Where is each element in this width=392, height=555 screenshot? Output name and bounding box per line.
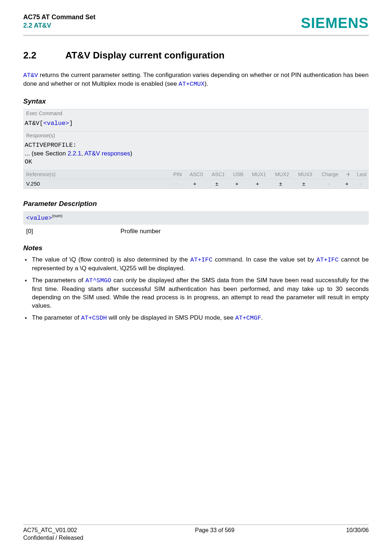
val-mux2: ± bbox=[269, 179, 292, 189]
resp-l2-link1[interactable]: 2.2.1 bbox=[68, 150, 81, 157]
section-ref: 2.2 AT&V bbox=[23, 22, 51, 29]
section-title-text: AT&V Display current configuration bbox=[65, 50, 225, 61]
references-label: Reference(s) bbox=[23, 170, 168, 179]
section-number: 2.2 bbox=[23, 49, 65, 62]
notes-heading: Notes bbox=[23, 243, 369, 253]
note-1: The value of \Q (flow control) is also d… bbox=[23, 256, 369, 273]
col-asc0: ASC0 bbox=[184, 170, 206, 179]
param-heading: Parameter Description bbox=[23, 199, 369, 208]
n1-cmd1[interactable]: AT+IFC bbox=[190, 256, 212, 263]
ref-header-row: Reference(s) PIN ASC0 ASC1 USB MUX1 MUX2… bbox=[23, 170, 369, 179]
ref-values-row: V.250 - + ± + + ± ± - + - bbox=[23, 179, 369, 189]
cmd-atcmux-link[interactable]: AT+CMUX bbox=[179, 81, 204, 88]
val-usb: + bbox=[228, 179, 246, 189]
col-charge: Charge bbox=[315, 170, 342, 179]
footer-page: Page 33 of 569 bbox=[195, 526, 234, 542]
syntax-table: Exec Command AT&V[<value>] Response(s) A… bbox=[23, 109, 369, 189]
note-2: The parameters of AT^SMGO can only be di… bbox=[23, 276, 369, 310]
val-charge: - bbox=[315, 179, 342, 189]
col-asc1: ASC1 bbox=[206, 170, 228, 179]
intro-paragraph: AT&V returns the current parameter setti… bbox=[23, 71, 369, 89]
page-footer: AC75_ATC_V01.002 Confidential / Released… bbox=[23, 524, 369, 542]
val-last: - bbox=[352, 179, 369, 189]
exec-cmd-post: ] bbox=[69, 120, 73, 127]
n3-b: will only be displayed in SMS PDU mode, … bbox=[107, 314, 235, 321]
cmd-atv-link[interactable]: AT&V bbox=[23, 72, 38, 79]
footer-date: 10/30/06 bbox=[346, 526, 369, 542]
n1-a: The value of \Q (flow control) is also d… bbox=[32, 256, 190, 263]
col-usb: USB bbox=[228, 170, 246, 179]
resp-line2: ... (see Section 2.2.1, AT&V responses) bbox=[25, 150, 366, 158]
col-pin: PIN bbox=[168, 170, 184, 179]
note-3: The parameter of AT+CSDH will only be di… bbox=[23, 314, 369, 323]
col-mux1: MUX1 bbox=[246, 170, 269, 179]
syntax-heading: Syntax bbox=[23, 97, 369, 106]
n1-b: command. In case the value set by bbox=[212, 256, 316, 263]
resp-line3: OK bbox=[25, 158, 366, 166]
param-key: [0] bbox=[23, 227, 121, 236]
exec-cmd-pre: AT&V[ bbox=[25, 120, 43, 127]
param-value-link[interactable]: <value> bbox=[26, 215, 52, 222]
header-rule bbox=[23, 35, 369, 36]
footer-rule bbox=[23, 524, 369, 525]
param-sup: (num) bbox=[52, 214, 62, 218]
ref-name: V.250 bbox=[23, 179, 168, 189]
n3-c: . bbox=[261, 314, 263, 321]
response-label: Response(s) bbox=[23, 131, 369, 140]
section-heading: 2.2AT&V Display current configuration bbox=[23, 49, 369, 62]
airplane-icon: ✈ bbox=[342, 170, 352, 179]
n3-cmd2[interactable]: AT+CMGF bbox=[235, 315, 261, 321]
val-mux3: ± bbox=[292, 179, 315, 189]
val-plane: + bbox=[342, 179, 352, 189]
footer-classification: Confidential / Released bbox=[23, 534, 83, 542]
resp-l2-post: ) bbox=[130, 150, 132, 157]
col-last: Last bbox=[352, 170, 369, 179]
resp-line1: ACTIVEPROFILE: bbox=[25, 141, 366, 150]
n2-cmd[interactable]: AT^SMGO bbox=[85, 277, 111, 284]
resp-l2-link2[interactable]: AT&V responses bbox=[84, 150, 130, 157]
exec-cmd-value-link[interactable]: <value> bbox=[43, 120, 69, 127]
exec-command-label: Exec Command bbox=[23, 109, 369, 117]
col-mux2: MUX2 bbox=[269, 170, 292, 179]
col-mux3: MUX3 bbox=[292, 170, 315, 179]
doc-title: AC75 AT Command Set bbox=[23, 13, 95, 21]
intro-text-b: ). bbox=[205, 80, 208, 87]
val-pin: - bbox=[168, 179, 184, 189]
val-asc1: ± bbox=[206, 179, 228, 189]
siemens-logo: SIEMENS bbox=[301, 13, 369, 33]
footer-doc-id: AC75_ATC_V01.002 bbox=[23, 526, 83, 534]
n1-cmd2[interactable]: AT+IFC bbox=[317, 256, 339, 263]
val-mux1: + bbox=[246, 179, 269, 189]
val-asc0: + bbox=[184, 179, 206, 189]
resp-l2-pre: ... (see Section bbox=[25, 150, 68, 157]
param-desc: Profile number bbox=[121, 227, 369, 236]
n3-cmd1[interactable]: AT+CSDH bbox=[81, 315, 107, 321]
notes-list: The value of \Q (flow control) is also d… bbox=[23, 256, 369, 323]
param-name-box: <value>(num) bbox=[23, 211, 369, 224]
n3-a: The parameter of bbox=[32, 314, 81, 321]
param-row: [0] Profile number bbox=[23, 227, 369, 236]
n2-a: The parameters of bbox=[32, 277, 85, 284]
